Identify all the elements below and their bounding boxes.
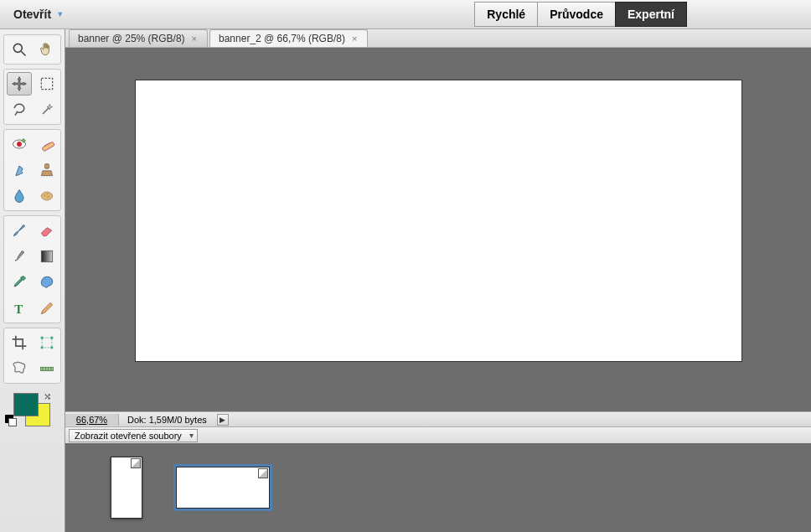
move-tool[interactable] xyxy=(7,72,32,96)
svg-point-18 xyxy=(41,346,44,349)
close-icon[interactable]: × xyxy=(350,34,359,44)
zoom-tool[interactable] xyxy=(7,38,32,61)
mode-label: Průvodce xyxy=(550,8,603,21)
status-bar: 66,67% Dok: 1,59M/0 bytes ▶ xyxy=(65,411,811,426)
svg-point-11 xyxy=(48,196,49,198)
svg-point-19 xyxy=(50,346,53,349)
text-tool[interactable]: T xyxy=(7,297,32,320)
marquee-tool[interactable] xyxy=(34,72,59,96)
tool-group-select xyxy=(3,69,61,125)
tool-group-view xyxy=(3,34,61,65)
document-tab[interactable]: banner_2 @ 66,7% (RGB/8) × xyxy=(209,29,368,47)
document-canvas[interactable] xyxy=(135,80,742,362)
svg-point-17 xyxy=(50,337,53,339)
brush-tool[interactable] xyxy=(7,219,32,242)
svg-point-9 xyxy=(41,192,52,200)
close-icon[interactable]: × xyxy=(190,34,199,44)
color-swatches: ⤭ xyxy=(3,391,61,430)
svg-text:T: T xyxy=(14,302,23,316)
svg-point-0 xyxy=(13,44,22,52)
filestrip-filter-dropdown[interactable]: Zobrazit otevřené soubory xyxy=(69,429,198,442)
tab-label: banner_2 @ 66,7% (RGB/8) xyxy=(219,33,345,44)
svg-point-10 xyxy=(44,194,46,196)
top-bar: Otevřít ▼ Rychlé Průvodce Expertní xyxy=(0,0,811,29)
healing-brush-tool[interactable] xyxy=(34,132,59,156)
canvas-viewport[interactable] xyxy=(65,48,811,411)
hand-tool[interactable] xyxy=(34,38,59,61)
dropdown-label: Zobrazit otevřené soubory xyxy=(75,431,182,441)
zoom-field[interactable]: 66,67% xyxy=(65,414,119,426)
svg-point-16 xyxy=(41,337,44,339)
thumb-corner-icon xyxy=(131,458,141,468)
svg-line-1 xyxy=(22,52,26,56)
clone-stamp-tool[interactable] xyxy=(34,158,59,182)
open-label: Otevřít xyxy=(13,8,51,21)
document-tab[interactable]: banner @ 25% (RGB/8) × xyxy=(69,29,208,47)
mode-label: Rychlé xyxy=(487,8,525,21)
svg-rect-15 xyxy=(42,338,52,348)
eraser-tool[interactable] xyxy=(34,219,59,242)
swap-colors-icon[interactable]: ⤭ xyxy=(44,391,51,402)
shape-tool[interactable] xyxy=(34,271,59,294)
transform-tool[interactable] xyxy=(34,331,59,354)
tool-group-enhance xyxy=(3,129,61,211)
pencil-tool[interactable] xyxy=(34,297,59,320)
svg-rect-2 xyxy=(41,78,52,89)
mode-guided-button[interactable]: Průvodce xyxy=(537,2,616,27)
toolbox: T ⤭ xyxy=(0,29,65,532)
redeye-tool[interactable] xyxy=(7,132,32,156)
gradient-tool[interactable] xyxy=(34,245,59,268)
tab-label: banner @ 25% (RGB/8) xyxy=(78,33,185,44)
straighten-tool[interactable] xyxy=(34,357,59,380)
spot-tool[interactable] xyxy=(7,158,32,182)
chevron-down-icon: ▼ xyxy=(56,10,64,18)
filestrip-toolbar: Zobrazit otevřené soubory xyxy=(65,426,811,443)
svg-point-5 xyxy=(17,142,22,147)
document-size-label: Dok: 1,59M/0 bytes xyxy=(119,415,215,425)
mode-label: Expertní xyxy=(628,8,674,21)
svg-rect-13 xyxy=(41,251,52,261)
eyedropper-tool[interactable] xyxy=(7,271,32,294)
open-menu-button[interactable]: Otevřít ▼ xyxy=(7,4,70,24)
crop-tool[interactable] xyxy=(7,331,32,354)
cookie-cutter-tool[interactable] xyxy=(7,357,32,380)
mode-quick-button[interactable]: Rychlé xyxy=(474,2,538,27)
tool-group-modify xyxy=(3,328,61,384)
filestrip-thumb[interactable] xyxy=(111,457,142,519)
foreground-color-swatch[interactable] xyxy=(13,393,39,416)
work-area: banner @ 25% (RGB/8) × banner_2 @ 66,7% … xyxy=(65,29,811,532)
document-tabs: banner @ 25% (RGB/8) × banner_2 @ 66,7% … xyxy=(65,29,811,48)
default-colors-icon[interactable] xyxy=(5,415,17,426)
svg-point-12 xyxy=(47,194,49,195)
smudge-tool[interactable] xyxy=(7,245,32,268)
tool-group-draw: T xyxy=(3,215,61,323)
magic-wand-tool[interactable] xyxy=(34,98,59,121)
status-menu-button[interactable]: ▶ xyxy=(217,414,229,426)
svg-rect-6 xyxy=(42,142,54,152)
filestrip xyxy=(65,443,811,532)
svg-rect-8 xyxy=(45,164,49,169)
sponge-tool[interactable] xyxy=(34,184,59,208)
blur-tool[interactable] xyxy=(7,184,32,208)
mode-expert-button[interactable]: Expertní xyxy=(615,2,687,27)
svg-line-3 xyxy=(43,107,49,114)
lasso-tool[interactable] xyxy=(7,98,32,121)
thumb-corner-icon xyxy=(258,468,268,478)
filestrip-thumb[interactable] xyxy=(176,467,270,509)
